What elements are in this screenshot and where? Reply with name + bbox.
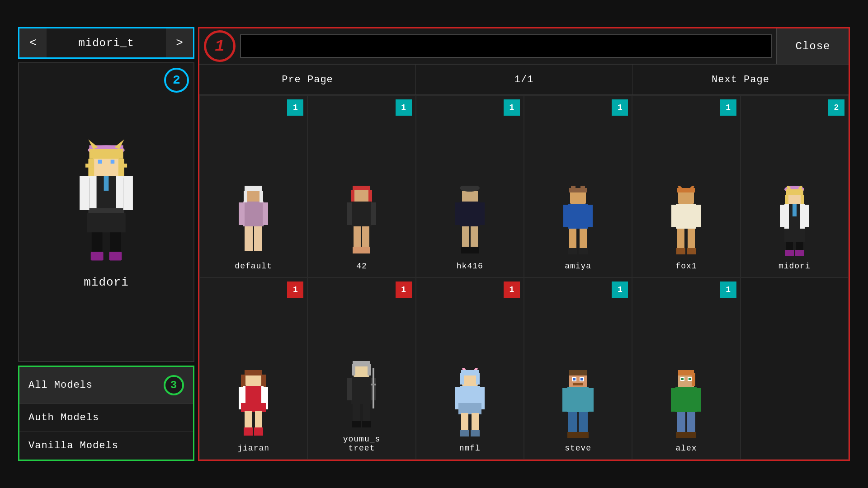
svg-rect-51 — [479, 202, 485, 225]
svg-rect-141 — [573, 383, 583, 385]
svg-rect-158 — [696, 388, 701, 412]
avatar-svg — [57, 136, 156, 271]
avatar-name-label: midori — [84, 276, 129, 289]
svg-rect-4 — [111, 160, 115, 164]
category-vanilla-models[interactable]: Vanilla Models — [19, 432, 193, 460]
svg-rect-14 — [104, 176, 109, 191]
svg-rect-155 — [689, 378, 691, 380]
model-svg-nmfl — [453, 368, 487, 440]
next-player-button[interactable]: > — [166, 28, 193, 57]
svg-rect-39 — [351, 202, 372, 226]
model-badge-jiaran: 1 — [287, 282, 303, 298]
prev-player-button[interactable]: < — [19, 28, 47, 57]
svg-rect-70 — [677, 188, 695, 192]
model-badge-default: 1 — [287, 99, 303, 116]
svg-rect-156 — [675, 387, 697, 412]
svg-rect-66 — [579, 248, 588, 254]
category-auth-models[interactable]: Auth Models — [19, 404, 193, 432]
close-button[interactable]: Close — [776, 28, 849, 64]
search-input[interactable] — [240, 34, 772, 58]
model-cell-nmfl[interactable]: 1 — [416, 277, 524, 460]
category-list: All Models 3 Auth Models Vanilla Models — [18, 366, 194, 461]
model-figure-default — [229, 181, 278, 258]
model-svg-fox1 — [669, 186, 703, 258]
svg-rect-5 — [90, 149, 123, 159]
model-cell-alex[interactable]: 1 — [632, 277, 740, 460]
svg-rect-120 — [362, 421, 371, 427]
page-info: 1/1 — [416, 74, 632, 85]
svg-rect-16 — [87, 213, 126, 232]
svg-rect-15 — [88, 208, 124, 213]
svg-rect-26 — [239, 202, 244, 225]
model-figure-fox1 — [661, 181, 711, 258]
model-cell-youmu-street[interactable]: 1 — [307, 277, 415, 460]
models-grid: 1 default — [199, 95, 849, 460]
model-figure-youmu-street — [337, 354, 387, 431]
model-badge-42: 1 — [396, 99, 412, 116]
model-figure-steve — [553, 363, 603, 440]
right-header: 1 Close — [199, 28, 849, 65]
svg-rect-36 — [368, 190, 372, 203]
svg-rect-147 — [567, 432, 578, 438]
model-label-nmfl: nmfl — [459, 444, 481, 453]
svg-rect-31 — [244, 191, 247, 202]
svg-rect-50 — [455, 202, 461, 225]
model-label-steve: steve — [565, 444, 591, 453]
category-all-label: All Models — [28, 380, 93, 391]
svg-rect-89 — [804, 205, 809, 227]
model-figure-hk416 — [445, 181, 495, 258]
svg-rect-144 — [588, 388, 594, 412]
prev-page-button[interactable]: Pre Page — [199, 65, 416, 94]
next-page-button[interactable]: Next Page — [632, 65, 849, 94]
model-cell-amiya[interactable]: 1 — [524, 95, 632, 277]
model-cell-fox1[interactable]: 1 — [632, 95, 740, 277]
category-all-models[interactable]: All Models 3 — [19, 367, 193, 404]
model-badge-nmfl: 1 — [504, 282, 520, 298]
model-cell-default[interactable]: 1 default — [199, 95, 307, 277]
model-cell-hk416[interactable]: 1 hk416 — [416, 95, 524, 277]
player-name-text: midori_t — [47, 37, 166, 49]
model-label-fox1: fox1 — [675, 262, 697, 271]
model-cell-midori[interactable]: 2 — [741, 95, 849, 277]
svg-rect-139 — [573, 378, 576, 380]
model-figure-amiya — [553, 181, 603, 258]
svg-rect-9 — [119, 164, 127, 168]
svg-rect-62 — [587, 205, 593, 227]
category-vanilla-label: Vanilla Models — [28, 440, 118, 451]
svg-rect-25 — [245, 202, 263, 226]
svg-rect-143 — [562, 388, 568, 412]
model-svg-alex — [669, 368, 703, 440]
model-badge-midori: 2 — [828, 99, 844, 116]
model-figure-42 — [337, 181, 387, 258]
model-figure-alex — [661, 363, 711, 440]
model-svg-hk416 — [453, 186, 487, 258]
category-badge: 3 — [164, 375, 184, 395]
model-cell-42[interactable]: 1 — [307, 95, 415, 277]
svg-rect-84 — [801, 195, 804, 205]
svg-rect-87 — [793, 204, 797, 216]
svg-rect-140 — [580, 378, 583, 380]
svg-rect-110 — [352, 364, 355, 375]
svg-rect-134 — [471, 430, 480, 436]
model-label-42: 42 — [356, 262, 367, 271]
model-badge-steve: 1 — [612, 282, 628, 298]
model-label-midori: midori — [778, 262, 811, 271]
model-svg-amiya — [561, 186, 595, 258]
avatar-image — [57, 136, 156, 271]
svg-rect-40 — [347, 202, 352, 225]
svg-rect-8 — [85, 164, 93, 168]
svg-rect-125 — [460, 373, 464, 385]
svg-rect-76 — [676, 248, 685, 254]
svg-rect-19 — [91, 252, 104, 260]
svg-rect-27 — [263, 202, 268, 225]
svg-rect-6 — [88, 159, 94, 178]
svg-rect-113 — [347, 378, 352, 400]
svg-rect-73 — [695, 205, 701, 227]
model-cell-steve[interactable]: 1 — [524, 277, 632, 460]
category-auth-label: Auth Models — [28, 412, 99, 423]
model-cell-jiaran[interactable]: 1 — [199, 277, 307, 460]
model-badge-fox1: 1 — [720, 99, 736, 116]
svg-rect-116 — [371, 384, 376, 385]
svg-rect-61 — [563, 205, 569, 227]
svg-rect-45 — [361, 247, 370, 253]
